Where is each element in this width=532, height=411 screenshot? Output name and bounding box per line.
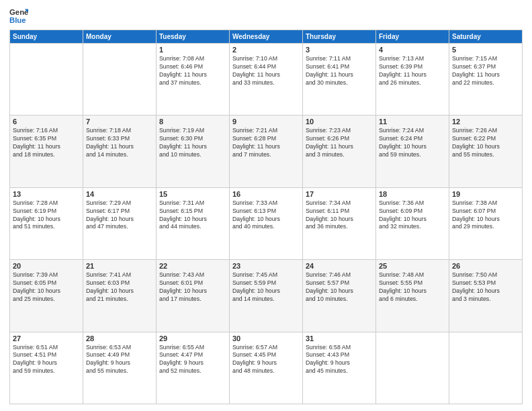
calendar-cell: 3Sunrise: 7:11 AM Sunset: 6:41 PM Daylig… (303, 44, 376, 116)
day-header-friday: Friday (376, 30, 449, 44)
calendar-week-4: 20Sunrise: 7:39 AM Sunset: 6:05 PM Dayli… (10, 260, 523, 332)
day-info: Sunrise: 6:53 AM Sunset: 4:49 PM Dayligh… (86, 344, 153, 376)
calendar-cell: 26Sunrise: 7:50 AM Sunset: 5:53 PM Dayli… (449, 260, 523, 332)
calendar-cell: 17Sunrise: 7:34 AM Sunset: 6:11 PM Dayli… (303, 187, 376, 259)
calendar-cell: 6Sunrise: 7:16 AM Sunset: 6:35 PM Daylig… (10, 116, 83, 187)
calendar-header: SundayMondayTuesdayWednesdayThursdayFrid… (10, 30, 523, 44)
calendar-cell: 28Sunrise: 6:53 AM Sunset: 4:49 PM Dayli… (83, 332, 157, 404)
page-header: General Blue (9, 7, 523, 26)
day-headers-row: SundayMondayTuesdayWednesdayThursdayFrid… (10, 30, 523, 44)
day-info: Sunrise: 7:13 AM Sunset: 6:39 PM Dayligh… (379, 55, 446, 87)
day-header-wednesday: Wednesday (230, 30, 303, 44)
day-number: 28 (86, 334, 153, 342)
calendar-cell: 2Sunrise: 7:10 AM Sunset: 6:44 PM Daylig… (230, 44, 303, 116)
day-number: 20 (13, 262, 80, 270)
day-number: 18 (379, 190, 446, 198)
day-info: Sunrise: 7:08 AM Sunset: 6:46 PM Dayligh… (159, 55, 226, 87)
day-info: Sunrise: 6:55 AM Sunset: 4:47 PM Dayligh… (159, 344, 226, 376)
calendar-cell: 24Sunrise: 7:46 AM Sunset: 5:57 PM Dayli… (303, 260, 376, 332)
calendar-week-1: 1Sunrise: 7:08 AM Sunset: 6:46 PM Daylig… (10, 44, 523, 116)
calendar-cell: 8Sunrise: 7:19 AM Sunset: 6:30 PM Daylig… (157, 116, 230, 187)
calendar-cell: 16Sunrise: 7:33 AM Sunset: 6:13 PM Dayli… (230, 187, 303, 259)
calendar-cell (83, 44, 157, 116)
day-info: Sunrise: 7:43 AM Sunset: 6:01 PM Dayligh… (159, 271, 226, 304)
day-number: 7 (86, 118, 153, 126)
day-info: Sunrise: 7:36 AM Sunset: 6:09 PM Dayligh… (379, 199, 446, 232)
day-info: Sunrise: 7:16 AM Sunset: 6:35 PM Dayligh… (13, 127, 80, 159)
day-number: 15 (159, 190, 226, 198)
day-number: 24 (306, 262, 373, 270)
logo-icon: General Blue (9, 7, 28, 26)
calendar-cell: 30Sunrise: 6:57 AM Sunset: 4:45 PM Dayli… (230, 332, 303, 404)
day-info: Sunrise: 7:15 AM Sunset: 6:37 PM Dayligh… (452, 55, 519, 87)
calendar-cell: 18Sunrise: 7:36 AM Sunset: 6:09 PM Dayli… (376, 187, 449, 259)
day-info: Sunrise: 7:23 AM Sunset: 6:26 PM Dayligh… (306, 127, 373, 159)
day-number: 26 (452, 262, 519, 270)
day-number: 13 (13, 190, 80, 198)
calendar-cell: 5Sunrise: 7:15 AM Sunset: 6:37 PM Daylig… (449, 44, 523, 116)
day-info: Sunrise: 7:29 AM Sunset: 6:17 PM Dayligh… (86, 199, 153, 232)
calendar-cell: 15Sunrise: 7:31 AM Sunset: 6:15 PM Dayli… (157, 187, 230, 259)
day-info: Sunrise: 7:18 AM Sunset: 6:33 PM Dayligh… (86, 127, 153, 159)
day-info: Sunrise: 6:57 AM Sunset: 4:45 PM Dayligh… (232, 344, 300, 376)
day-info: Sunrise: 7:45 AM Sunset: 5:59 PM Dayligh… (232, 271, 300, 304)
day-number: 31 (306, 334, 373, 342)
calendar-cell (376, 332, 449, 404)
calendar-cell: 19Sunrise: 7:38 AM Sunset: 6:07 PM Dayli… (449, 187, 523, 259)
logo: General Blue (9, 7, 28, 26)
day-number: 6 (13, 118, 80, 126)
day-info: Sunrise: 7:33 AM Sunset: 6:13 PM Dayligh… (232, 199, 300, 232)
day-header-sunday: Sunday (10, 30, 83, 44)
calendar-cell (10, 44, 83, 116)
calendar-cell: 27Sunrise: 6:51 AM Sunset: 4:51 PM Dayli… (10, 332, 83, 404)
day-info: Sunrise: 7:46 AM Sunset: 5:57 PM Dayligh… (306, 271, 373, 304)
day-info: Sunrise: 7:26 AM Sunset: 6:22 PM Dayligh… (452, 127, 519, 159)
calendar-cell: 23Sunrise: 7:45 AM Sunset: 5:59 PM Dayli… (230, 260, 303, 332)
day-info: Sunrise: 7:39 AM Sunset: 6:05 PM Dayligh… (13, 271, 80, 304)
day-info: Sunrise: 7:19 AM Sunset: 6:30 PM Dayligh… (159, 127, 226, 159)
day-number: 11 (379, 118, 446, 126)
day-number: 3 (306, 46, 373, 54)
day-number: 22 (159, 262, 226, 270)
calendar-cell: 29Sunrise: 6:55 AM Sunset: 4:47 PM Dayli… (157, 332, 230, 404)
day-number: 4 (379, 46, 446, 54)
calendar-cell: 31Sunrise: 6:58 AM Sunset: 4:43 PM Dayli… (303, 332, 376, 404)
day-info: Sunrise: 7:24 AM Sunset: 6:24 PM Dayligh… (379, 127, 446, 159)
day-number: 2 (232, 46, 300, 54)
day-header-tuesday: Tuesday (157, 30, 230, 44)
day-info: Sunrise: 7:50 AM Sunset: 5:53 PM Dayligh… (452, 271, 519, 304)
day-number: 1 (159, 46, 226, 54)
calendar-cell: 7Sunrise: 7:18 AM Sunset: 6:33 PM Daylig… (83, 116, 157, 187)
day-number: 14 (86, 190, 153, 198)
calendar-cell: 13Sunrise: 7:28 AM Sunset: 6:19 PM Dayli… (10, 187, 83, 259)
day-info: Sunrise: 7:31 AM Sunset: 6:15 PM Dayligh… (159, 199, 226, 232)
svg-text:Blue: Blue (9, 16, 26, 24)
calendar-week-3: 13Sunrise: 7:28 AM Sunset: 6:19 PM Dayli… (10, 187, 523, 259)
day-header-thursday: Thursday (303, 30, 376, 44)
calendar-cell: 20Sunrise: 7:39 AM Sunset: 6:05 PM Dayli… (10, 260, 83, 332)
day-number: 16 (232, 190, 300, 198)
day-number: 21 (86, 262, 153, 270)
day-number: 10 (306, 118, 373, 126)
day-number: 29 (159, 334, 226, 342)
calendar-cell: 21Sunrise: 7:41 AM Sunset: 6:03 PM Dayli… (83, 260, 157, 332)
calendar-cell (449, 332, 523, 404)
calendar-week-5: 27Sunrise: 6:51 AM Sunset: 4:51 PM Dayli… (10, 332, 523, 404)
day-info: Sunrise: 7:10 AM Sunset: 6:44 PM Dayligh… (232, 55, 300, 87)
day-number: 23 (232, 262, 300, 270)
day-header-monday: Monday (83, 30, 157, 44)
day-number: 9 (232, 118, 300, 126)
day-info: Sunrise: 7:41 AM Sunset: 6:03 PM Dayligh… (86, 271, 153, 304)
calendar-cell: 10Sunrise: 7:23 AM Sunset: 6:26 PM Dayli… (303, 116, 376, 187)
day-info: Sunrise: 7:28 AM Sunset: 6:19 PM Dayligh… (13, 199, 80, 232)
day-number: 25 (379, 262, 446, 270)
calendar-cell: 9Sunrise: 7:21 AM Sunset: 6:28 PM Daylig… (230, 116, 303, 187)
calendar-body: 1Sunrise: 7:08 AM Sunset: 6:46 PM Daylig… (10, 44, 523, 404)
day-info: Sunrise: 6:51 AM Sunset: 4:51 PM Dayligh… (13, 344, 80, 376)
day-number: 5 (452, 46, 519, 54)
day-number: 19 (452, 190, 519, 198)
day-info: Sunrise: 7:21 AM Sunset: 6:28 PM Dayligh… (232, 127, 300, 159)
calendar-cell: 12Sunrise: 7:26 AM Sunset: 6:22 PM Dayli… (449, 116, 523, 187)
day-header-saturday: Saturday (449, 30, 523, 44)
day-number: 12 (452, 118, 519, 126)
